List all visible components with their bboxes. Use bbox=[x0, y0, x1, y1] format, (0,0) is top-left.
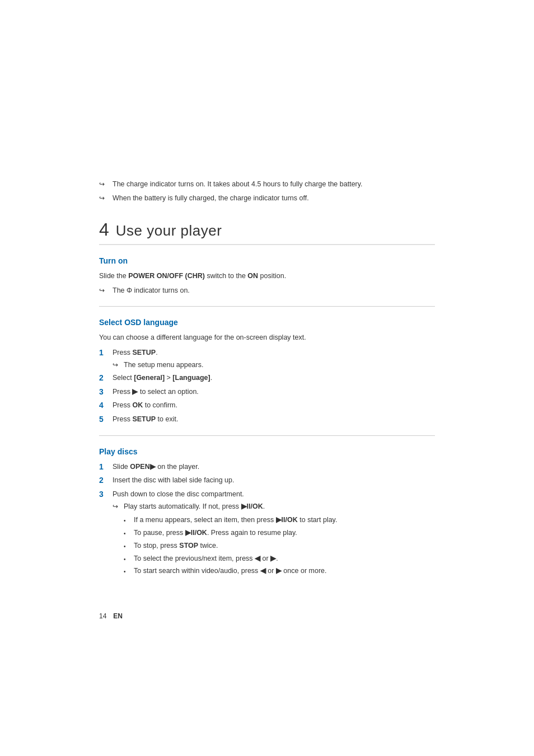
osd-step-1-content: Press SETUP. ↪ The setup menu appears. bbox=[113, 348, 435, 370]
play-step-1: 1 Slide OPEN▶ on the player. bbox=[99, 462, 435, 473]
top-bullet-2: ↪ When the battery is fully charged, the… bbox=[99, 193, 435, 204]
osd-step-4: 4 Press OK to confirm. bbox=[99, 400, 435, 411]
osd-step-3-content: Press ▶ to select an option. bbox=[113, 387, 435, 397]
play-step-3-num: 3 bbox=[99, 489, 113, 500]
play-bullet-1: • If a menu appears, select an item, the… bbox=[124, 515, 435, 525]
osd-step-1-sub: ↪ The setup menu appears. bbox=[113, 360, 435, 370]
top-bullet-1: ↪ The charge indicator turns on. It take… bbox=[99, 179, 435, 190]
play-step-2-content: Insert the disc with label side facing u… bbox=[113, 475, 435, 486]
osd-step-2-bold-1: [General] bbox=[134, 374, 165, 382]
osd-step-1-num: 1 bbox=[99, 348, 113, 359]
page-number-area: 14 EN bbox=[99, 612, 435, 620]
arrow-icon-1: ↪ bbox=[99, 179, 108, 189]
chapter-title: Use your player bbox=[116, 222, 222, 240]
chapter-heading: 4 Use your player bbox=[99, 220, 435, 245]
bullet-dot-4: • bbox=[124, 555, 132, 564]
play-step-3-arrow-icon: ↪ bbox=[113, 501, 120, 511]
play-step-3-bullets: • If a menu appears, select an item, the… bbox=[124, 515, 435, 576]
osd-step-4-num: 4 bbox=[99, 400, 113, 411]
turn-on-bold-2: ON bbox=[247, 272, 258, 280]
osd-step-4-content: Press OK to confirm. bbox=[113, 400, 435, 411]
osd-step-1: 1 Press SETUP. ↪ The setup menu appears. bbox=[99, 348, 435, 370]
top-bullet-2-text: When the battery is fully charged, the c… bbox=[113, 193, 309, 204]
section-heading-play-discs: Play discs bbox=[99, 447, 435, 456]
bullet-dot-3: • bbox=[124, 542, 132, 551]
play-bullet-1-text: If a menu appears, select an item, then … bbox=[134, 515, 337, 525]
play-step-3-content: Push down to close the disc compartment.… bbox=[113, 489, 435, 579]
turn-on-para: Slide the POWER ON/OFF (CHR) switch to t… bbox=[99, 271, 435, 281]
osd-step-2: 2 Select [General] > [Language]. bbox=[99, 373, 435, 384]
play-bullet-5-bold-2: ▶ bbox=[276, 567, 282, 575]
play-bullet-4-bold-1: ◀ bbox=[255, 555, 260, 562]
osd-step-4-bold: OK bbox=[132, 401, 143, 409]
osd-step-2-num: 2 bbox=[99, 373, 113, 384]
osd-step-5-content: Press SETUP to exit. bbox=[113, 414, 435, 425]
page-lang: EN bbox=[113, 612, 123, 620]
play-bullet-5: • To start search within video/audio, pr… bbox=[124, 566, 435, 576]
play-step-1-bold: OPEN▶ bbox=[130, 463, 155, 471]
turn-on-bold-1: POWER ON/OFF (CHR) bbox=[128, 272, 205, 280]
top-bullets: ↪ The charge indicator turns on. It take… bbox=[99, 179, 435, 204]
content-area: ↪ The charge indicator turns on. It take… bbox=[77, 0, 457, 654]
play-bullet-1-bold: ▶II/OK bbox=[276, 516, 298, 524]
play-step-1-num: 1 bbox=[99, 462, 113, 473]
play-bullet-5-bold-1: ◀ bbox=[260, 567, 266, 575]
play-step-3-sub: ↪ Play starts automatically. If not, pre… bbox=[113, 501, 435, 512]
osd-step-1-bold: SETUP bbox=[132, 349, 156, 356]
osd-step-3: 3 Press ▶ to select an option. bbox=[99, 387, 435, 398]
osd-steps-list: 1 Press SETUP. ↪ The setup menu appears.… bbox=[99, 348, 435, 425]
osd-step-2-content: Select [General] > [Language]. bbox=[113, 373, 435, 383]
section-heading-turn-on: Turn on bbox=[99, 256, 435, 265]
osd-step-3-bold: ▶ bbox=[132, 388, 138, 396]
play-step-2-num: 2 bbox=[99, 475, 113, 486]
page: ↪ The charge indicator turns on. It take… bbox=[0, 0, 534, 756]
play-bullet-5-text: To start search within video/audio, pres… bbox=[134, 566, 326, 576]
play-step-3-bold: ▶II/OK bbox=[241, 503, 263, 510]
play-step-3: 3 Push down to close the disc compartmen… bbox=[99, 489, 435, 579]
osd-step-5: 5 Press SETUP to exit. bbox=[99, 414, 435, 425]
play-bullet-3-bold: STOP bbox=[179, 542, 198, 550]
osd-step-3-num: 3 bbox=[99, 387, 113, 398]
section-osd-language: Select OSD language You can choose a dif… bbox=[99, 318, 435, 425]
osd-intro: You can choose a different language for … bbox=[99, 332, 435, 343]
divider-1 bbox=[99, 306, 435, 307]
play-bullet-4-text: To select the previous/next item, press … bbox=[134, 553, 278, 564]
play-discs-list: 1 Slide OPEN▶ on the player. 2 Insert th… bbox=[99, 462, 435, 579]
osd-step-5-bold: SETUP bbox=[132, 415, 156, 423]
play-bullet-3: • To stop, press STOP twice. bbox=[124, 541, 435, 551]
arrow-icon-2: ↪ bbox=[99, 193, 108, 203]
play-step-1-content: Slide OPEN▶ on the player. bbox=[113, 462, 435, 472]
play-bullet-2-text: To pause, press ▶II/OK. Press again to r… bbox=[134, 528, 297, 538]
bullet-dot-1: • bbox=[124, 516, 132, 525]
turn-on-sub-text: The Φ indicator turns on. bbox=[113, 285, 190, 296]
chapter-number: 4 bbox=[99, 220, 109, 238]
osd-step-1-arrow-icon: ↪ bbox=[113, 360, 120, 370]
page-number: 14 bbox=[99, 612, 106, 620]
play-bullet-4-bold-2: ▶ bbox=[270, 555, 276, 562]
play-bullet-2: • To pause, press ▶II/OK. Press again to… bbox=[124, 528, 435, 538]
play-bullet-2-bold: ▶II/OK bbox=[185, 529, 207, 537]
osd-step-1-sub-text: The setup menu appears. bbox=[124, 360, 203, 370]
turn-on-sub-arrow: ↪ The Φ indicator turns on. bbox=[99, 285, 435, 296]
top-bullet-1-text: The charge indicator turns on. It takes … bbox=[113, 179, 363, 190]
section-heading-osd: Select OSD language bbox=[99, 318, 435, 327]
bullet-dot-5: • bbox=[124, 567, 132, 576]
play-step-3-sub-text: Play starts automatically. If not, press… bbox=[124, 501, 265, 512]
turn-on-arrow-icon: ↪ bbox=[99, 285, 108, 295]
osd-step-2-bold-2: [Language] bbox=[172, 374, 210, 382]
play-bullet-3-text: To stop, press STOP twice. bbox=[134, 541, 218, 551]
play-bullet-4: • To select the previous/next item, pres… bbox=[124, 553, 435, 564]
section-play-discs: Play discs 1 Slide OPEN▶ on the player. … bbox=[99, 447, 435, 579]
divider-2 bbox=[99, 435, 435, 436]
bullet-dot-2: • bbox=[124, 529, 132, 538]
osd-step-5-num: 5 bbox=[99, 414, 113, 425]
play-step-2: 2 Insert the disc with label side facing… bbox=[99, 475, 435, 486]
section-turn-on: Turn on Slide the POWER ON/OFF (CHR) swi… bbox=[99, 256, 435, 297]
